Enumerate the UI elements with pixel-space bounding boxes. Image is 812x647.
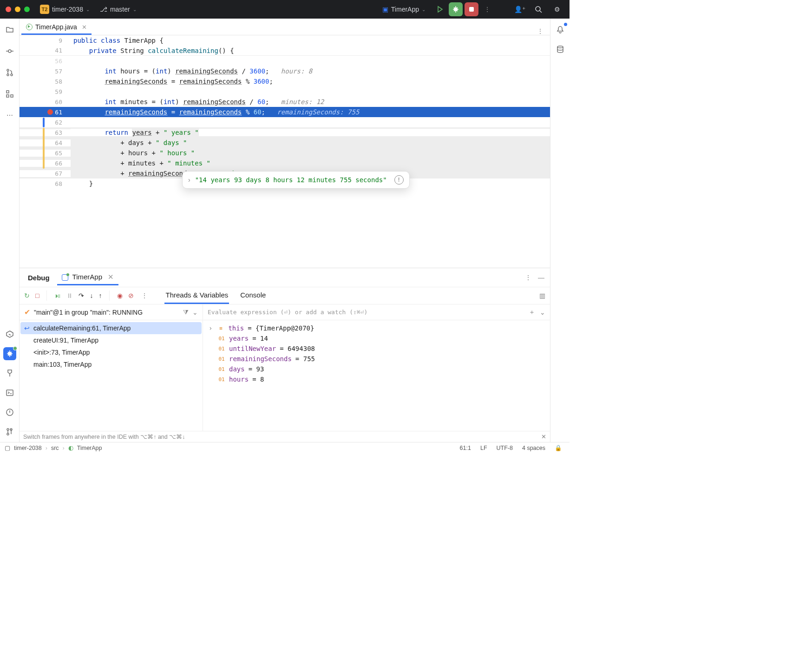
stop-button[interactable] [465,2,478,16]
chevron-down-icon: ⌄ [422,7,426,12]
right-tool-rail [550,19,570,442]
debug-title: Debug [23,271,54,284]
debug-button[interactable] [449,2,463,16]
database-tool-icon[interactable] [554,43,567,56]
minimize-window-icon[interactable] [15,7,20,12]
stack-frame[interactable]: calculateRemaining:61, TimerApp [20,322,202,334]
svg-point-6 [11,74,13,76]
breadcrumb[interactable]: TimerApp [77,445,102,451]
build-tool-icon[interactable] [3,367,16,380]
run-config-selector[interactable]: ▣ TimerApp ⌄ [380,4,428,15]
rerun-icon[interactable]: ↻ [24,292,30,299]
tip-text: Switch frames from anywhere in the IDE w… [23,433,185,440]
project-tool-icon[interactable] [3,23,16,36]
info-icon[interactable]: ! [394,175,404,185]
status-bar: ▢ timer-2038› src› ◐ TimerApp 61:1 LF UT… [0,442,570,453]
branch-name: master [110,6,130,13]
encoding[interactable]: UTF-8 [494,445,516,451]
line-ending[interactable]: LF [478,445,490,451]
variables-panel: Evaluate expression (⏎) or add a watch (… [203,304,550,431]
variable-row[interactable]: 01days = 93 [203,364,550,374]
chevron-down-icon: ⌄ [86,7,90,12]
variable-row[interactable]: ›≡this = {TimerApp@2070} [203,323,550,333]
breadcrumb[interactable]: src [51,445,59,451]
more-tools-icon[interactable]: ⋯ [3,109,16,122]
debug-tool-icon[interactable] [3,347,16,360]
variable-row[interactable]: 01untilNewYear = 6494308 [203,343,550,354]
variable-row[interactable]: 01years = 14 [203,333,550,343]
java-run-icon [26,24,33,30]
view-breakpoints-icon[interactable]: ◉ [117,292,123,299]
left-tool-rail: ⋯ [0,19,20,442]
search-icon[interactable] [531,2,545,16]
expand-icon[interactable]: › [209,324,212,332]
notifications-icon[interactable] [554,23,567,36]
session-icon [62,274,68,281]
step-into-icon[interactable]: ↓ [90,292,93,299]
evaluate-input[interactable]: Evaluate expression (⏎) or add a watch (… [208,309,367,316]
more-actions-icon[interactable]: ⋮ [480,2,494,16]
mute-breakpoints-icon[interactable]: ⊘ [128,292,134,299]
debug-session-tab[interactable]: TimerApp ✕ [57,270,119,285]
maximize-window-icon[interactable] [24,7,30,12]
close-tab-icon[interactable]: ✕ [82,24,87,31]
debug-more-icon[interactable]: ⋮ [141,292,148,299]
code-editor[interactable]: ✓ 9 public class TimerApp { 41 private S… [20,35,550,268]
breakpoint-icon[interactable] [47,109,53,115]
svg-point-4 [7,69,9,71]
terminal-icon[interactable] [3,386,16,399]
stack-frame[interactable]: <init>:73, TimerApp [20,346,202,358]
run-button[interactable] [433,2,447,16]
vcs-tool-icon[interactable] [3,425,16,438]
thread-ok-icon: ✔ [24,308,30,317]
commit-tool-icon[interactable] [3,45,16,58]
frames-panel: ✔ "main"@1 in group "main": RUNNING ⧩ ⌄ … [20,304,203,431]
threads-tab[interactable]: Threads & Variables [164,287,229,304]
svg-rect-9 [11,95,13,97]
vars-chevron-icon[interactable]: ⌄ [540,309,545,316]
tab-menu-icon[interactable]: ⋮ [532,27,548,35]
caret-position[interactable]: 61:1 [457,445,474,451]
vcs-branch[interactable]: ⎇ master ⌄ [97,4,139,15]
pull-requests-icon[interactable] [3,66,16,79]
step-over-icon[interactable]: ↷ [79,292,84,299]
svg-point-5 [7,74,9,76]
console-tab[interactable]: Console [239,287,267,304]
indent[interactable]: 4 spaces [519,445,548,451]
svg-point-13 [7,429,9,430]
variable-row[interactable]: 01remainingSeconds = 755 [203,354,550,364]
code-with-me-icon[interactable]: 👤⁺ [513,2,527,16]
add-watch-icon[interactable]: ＋ [529,308,535,317]
step-out-icon[interactable]: ↑ [98,292,102,299]
thread-chevron-icon[interactable]: ⌄ [192,309,198,316]
settings-icon[interactable]: ⚙ [550,2,564,16]
resume-icon[interactable]: ⏯ [54,292,61,299]
stop-icon[interactable]: □ [35,292,39,299]
filter-icon[interactable]: ⧩ [183,308,189,316]
layout-icon[interactable]: ▥ [539,292,545,299]
services-icon[interactable] [3,328,16,341]
breadcrumb-icon: ▢ [5,444,10,451]
close-tip-icon[interactable]: ✕ [541,433,546,440]
stack-frame[interactable]: createUI:91, TimerApp [20,334,202,346]
problems-icon[interactable] [3,406,16,419]
editor-tabs: TimerApp.java ✕ ⋮ [20,19,550,35]
svg-point-2 [536,7,540,11]
panel-menu-icon[interactable]: ⋮ [523,272,533,283]
stack-frame[interactable]: main:103, TimerApp [20,358,202,370]
minimize-panel-icon[interactable]: — [536,272,546,283]
project-badge: T2 [40,5,49,14]
project-selector[interactable]: T2 timer-2038 ⌄ [37,3,92,16]
svg-point-16 [557,46,563,48]
readonly-icon[interactable]: 🔒 [552,444,565,451]
file-tab[interactable]: TimerApp.java ✕ [21,20,92,35]
breadcrumb[interactable]: timer-2038 [14,445,42,451]
current-execution-line: 61 remainingSeconds = remainingSeconds %… [20,107,550,117]
expand-icon[interactable]: › [188,176,190,184]
pause-icon[interactable]: ⏸ [66,292,73,299]
close-window-icon[interactable] [6,7,11,12]
variable-row[interactable]: 01hours = 8 [203,374,550,384]
chevron-down-icon: ⌄ [133,7,137,12]
close-session-icon[interactable]: ✕ [108,273,114,281]
structure-tool-icon[interactable] [3,87,16,100]
